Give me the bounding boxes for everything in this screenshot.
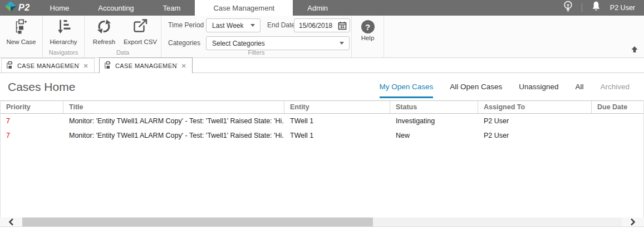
notifications-bell-icon[interactable] bbox=[591, 1, 602, 15]
export-csv-button[interactable]: Export CSV bbox=[120, 18, 160, 45]
group-label-filters: Filters bbox=[161, 49, 351, 56]
doc-tab-label: CASE MANAGEMENT bbox=[115, 62, 178, 69]
cell-assigned-to: P2 User bbox=[478, 114, 592, 128]
scrollbar-thumb[interactable] bbox=[22, 218, 373, 226]
group-label-data: Data bbox=[85, 49, 161, 56]
export-csv-icon bbox=[132, 18, 149, 37]
cases-table-header: Priority Title Entity Status Assigned To… bbox=[1, 100, 643, 114]
close-icon[interactable]: × bbox=[83, 61, 89, 70]
calendar-icon[interactable] bbox=[338, 21, 347, 30]
chevron-right-icon bbox=[630, 218, 636, 226]
horizontal-scrollbar[interactable] bbox=[0, 218, 644, 227]
view-unassigned[interactable]: Unassigned bbox=[519, 83, 558, 98]
cell-title: Monitor: 'Entity TWell1 ALARM Copy' - Te… bbox=[63, 114, 284, 128]
help-label: Help bbox=[361, 35, 375, 41]
view-archived[interactable]: Archived bbox=[600, 83, 630, 98]
hierarchy-button[interactable]: Hierarchy bbox=[43, 18, 84, 45]
p2-logo-icon bbox=[4, 1, 17, 14]
view-all[interactable]: All bbox=[575, 83, 583, 98]
ribbon-section-data: Refresh Export CSV Data bbox=[85, 16, 161, 57]
lightbulb-icon[interactable] bbox=[563, 0, 573, 16]
scroll-left-button[interactable] bbox=[0, 218, 22, 226]
cell-priority: 7 bbox=[1, 128, 63, 143]
hierarchy-label: Hierarchy bbox=[50, 38, 77, 45]
table-row[interactable]: 7 Monitor: 'Entity TWell1 ALARM Copy' - … bbox=[1, 114, 643, 128]
cell-assigned-to: P2 User bbox=[478, 128, 592, 143]
ribbon-section-new-case: New Case bbox=[0, 16, 43, 57]
end-date-input[interactable]: 15/06/2018 bbox=[294, 18, 350, 32]
menu-item-team[interactable]: Team bbox=[149, 0, 195, 16]
column-header-title[interactable]: Title bbox=[63, 101, 284, 113]
column-header-due-date[interactable]: Due Date bbox=[592, 101, 644, 113]
p2-logo[interactable]: P2 bbox=[0, 0, 36, 16]
cell-title: Monitor: 'Entity TWell1 ALARM Copy' - Te… bbox=[63, 128, 284, 143]
column-header-assigned-to[interactable]: Assigned To bbox=[478, 101, 592, 113]
help-icon: ? bbox=[361, 20, 375, 33]
collapse-ribbon-arrow-icon[interactable] bbox=[631, 45, 638, 55]
tab-hierarchy-icon bbox=[6, 61, 13, 70]
menu-item-case-management[interactable]: Case Management bbox=[195, 0, 293, 16]
topbar-right-cluster: P2 User bbox=[563, 0, 644, 16]
main-menu: Home Accounting Team Case Management Adm… bbox=[36, 0, 343, 16]
new-case-icon bbox=[13, 18, 30, 37]
menu-item-admin[interactable]: Admin bbox=[293, 0, 342, 16]
doc-tab-label: CASE MANAGEMENT bbox=[17, 62, 80, 69]
categories-select[interactable]: Select Categories bbox=[206, 36, 350, 50]
menu-item-accounting[interactable]: Accounting bbox=[83, 0, 148, 16]
chevron-left-icon bbox=[8, 218, 14, 226]
page-title: Cases Home bbox=[8, 80, 75, 94]
tab-hierarchy-icon bbox=[104, 61, 111, 70]
close-icon[interactable]: × bbox=[181, 61, 186, 70]
cell-status: New bbox=[390, 128, 478, 143]
view-my-open-cases[interactable]: My Open Cases bbox=[380, 83, 434, 98]
ribbon-section-navigators: Hierarchy Navigators bbox=[43, 16, 85, 57]
doc-tab-case-management-2[interactable]: CASE MANAGEMENT × bbox=[99, 57, 193, 73]
user-menu[interactable]: P2 User bbox=[610, 4, 635, 12]
export-csv-label: Export CSV bbox=[124, 38, 157, 45]
categories-value: Select Categories bbox=[207, 40, 340, 47]
top-bar: P2 Home Accounting Team Case Management … bbox=[0, 0, 644, 16]
scroll-right-button[interactable] bbox=[622, 218, 644, 226]
menu-item-home[interactable]: Home bbox=[36, 0, 84, 16]
cell-due-date bbox=[592, 114, 644, 128]
cell-priority: 7 bbox=[1, 114, 63, 128]
time-period-select[interactable]: Last Week bbox=[206, 18, 260, 32]
column-header-priority[interactable]: Priority bbox=[1, 101, 63, 113]
chevron-down-icon bbox=[250, 24, 255, 27]
table-row[interactable]: 7 Monitor: 'Entity TWell1 ALARM Copy' - … bbox=[1, 128, 643, 143]
p2-logo-text: P2 bbox=[18, 3, 30, 13]
categories-label: Categories bbox=[168, 36, 200, 50]
end-date-label: End Date bbox=[267, 18, 295, 32]
cell-due-date bbox=[592, 128, 644, 143]
view-all-open-cases[interactable]: All Open Cases bbox=[450, 83, 502, 98]
cell-entity: TWell 1 bbox=[284, 114, 390, 128]
hierarchy-icon bbox=[55, 18, 72, 37]
time-period-label: Time Period bbox=[168, 18, 204, 32]
topbar-divider bbox=[582, 3, 582, 12]
document-tab-strip: CASE MANAGEMENT × CASE MANAGEMENT × bbox=[0, 58, 644, 73]
new-case-label: New Case bbox=[6, 38, 36, 45]
end-date-value: 15/06/2018 bbox=[294, 22, 338, 30]
ribbon-section-help: ? Help bbox=[352, 16, 384, 57]
column-header-status[interactable]: Status bbox=[390, 101, 478, 113]
time-period-value: Last Week bbox=[207, 22, 250, 30]
help-button[interactable]: ? Help bbox=[352, 18, 384, 41]
cell-entity: TWell 1 bbox=[284, 128, 390, 143]
chevron-down-icon bbox=[340, 42, 344, 45]
new-case-button[interactable]: New Case bbox=[0, 18, 42, 45]
column-header-entity[interactable]: Entity bbox=[284, 101, 390, 113]
cases-table: Priority Title Entity Status Assigned To… bbox=[0, 100, 644, 218]
ribbon-section-filters: Time Period Last Week End Date 15/06/201… bbox=[161, 16, 352, 57]
doc-tab-case-management-1[interactable]: CASE MANAGEMENT × bbox=[1, 58, 95, 72]
refresh-label: Refresh bbox=[93, 38, 115, 45]
refresh-button[interactable]: Refresh bbox=[88, 18, 120, 45]
ribbon-toolbar: New Case Hierarchy Navigators bbox=[0, 16, 644, 58]
cell-status: Investigating bbox=[390, 114, 478, 128]
refresh-icon bbox=[96, 18, 112, 37]
case-view-switcher: My Open Cases All Open Cases Unassigned … bbox=[380, 83, 644, 98]
page-header: Cases Home My Open Cases All Open Cases … bbox=[0, 73, 644, 100]
group-label-navigators: Navigators bbox=[43, 49, 84, 56]
